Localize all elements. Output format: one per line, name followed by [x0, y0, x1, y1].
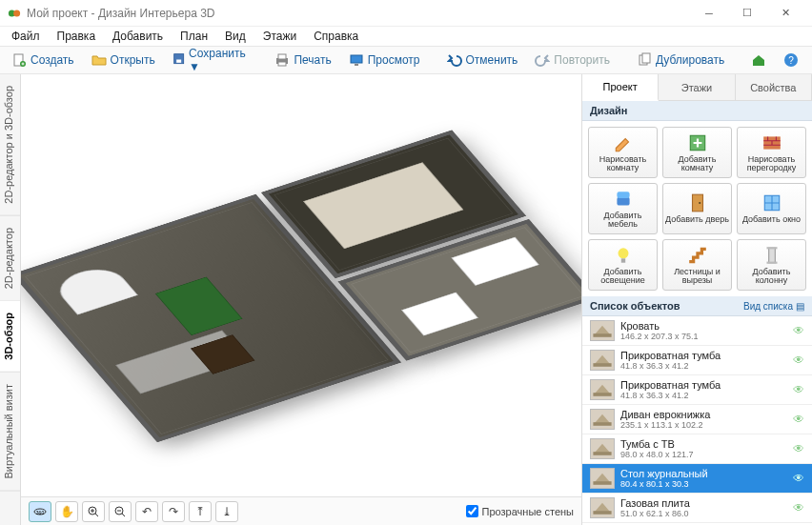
create-button[interactable]: Создать	[6, 50, 80, 71]
add-furniture-button[interactable]: Добавить мебель	[588, 183, 658, 234]
object-list-item[interactable]: Газовая плита51.0 x 62.1 x 86.0👁	[582, 494, 812, 523]
menu-floors[interactable]: Этажи	[255, 28, 304, 45]
object-list-item[interactable]: Стол журнальный80.4 x 80.1 x 30.3👁	[582, 464, 812, 494]
visibility-icon[interactable]: 👁	[793, 324, 804, 337]
zoom-in-button[interactable]	[82, 501, 105, 522]
svg-marker-39	[595, 444, 611, 454]
tab-project[interactable]: Проект	[582, 74, 659, 101]
rotate-right-button[interactable]: ↷	[162, 501, 185, 522]
object-name: Тумба с ТВ	[620, 438, 787, 450]
transparent-walls-input[interactable]	[466, 505, 478, 517]
tab-floors[interactable]: Этажи	[659, 74, 735, 100]
tab-properties[interactable]: Свойства	[736, 74, 812, 100]
menu-edit[interactable]: Правка	[50, 28, 104, 45]
right-tabs: Проект Этажи Свойства	[582, 74, 812, 101]
object-thumb	[590, 350, 615, 371]
visibility-icon[interactable]: 👁	[793, 442, 804, 455]
viewport-toolbar: 360 ✋ ↶ ↷ ⤒ ⤓ Прозрачные стены	[21, 496, 581, 525]
viewport-3d[interactable]: 360 ✋ ↶ ↷ ⤒ ⤓ Прозрачные стены	[21, 74, 581, 525]
svg-marker-43	[595, 503, 611, 513]
svg-rect-30	[766, 261, 777, 263]
redo-icon	[535, 52, 550, 68]
print-button[interactable]: Печать	[269, 50, 336, 71]
maximize-button[interactable]: ☐	[728, 1, 766, 26]
stairs-cutouts-button[interactable]: Лестницы и вырезы	[662, 239, 732, 291]
save-button[interactable]: Сохранить ▼	[167, 44, 254, 76]
add-door-button[interactable]: Добавить дверь	[662, 183, 732, 234]
svg-point-1	[13, 10, 20, 16]
object-thumb	[590, 379, 615, 400]
menu-help[interactable]: Справка	[306, 28, 366, 45]
add-room-button[interactable]: Добавить комнату	[662, 127, 732, 178]
folder-open-icon	[91, 52, 107, 68]
svg-rect-36	[593, 394, 611, 397]
object-name: Кровать	[620, 320, 787, 332]
svg-rect-34	[593, 364, 611, 368]
preview-button[interactable]: Просмотр	[343, 50, 426, 71]
transparent-walls-checkbox[interactable]: Прозрачные стены	[466, 505, 574, 517]
svg-text:?: ?	[788, 55, 794, 66]
undo-button[interactable]: Отменить	[441, 50, 524, 71]
tab-2d-editor[interactable]: 2D-редактор	[0, 216, 20, 301]
scene-canvas[interactable]	[21, 74, 581, 496]
object-dimensions: 41.8 x 36.3 x 41.2	[620, 361, 787, 371]
help-button[interactable]: ?	[778, 50, 804, 71]
draw-partition-button[interactable]: Нарисовать перегородку	[737, 127, 806, 178]
svg-rect-21	[617, 196, 629, 205]
svg-marker-31	[595, 326, 611, 335]
menu-add[interactable]: Добавить	[105, 28, 171, 45]
view-mode-tabs: 2D-редактор и 3D-обзор 2D-редактор 3D-об…	[0, 74, 21, 525]
draw-room-button[interactable]: Нарисовать комнату	[588, 127, 658, 178]
svg-rect-7	[278, 54, 286, 59]
duplicate-button[interactable]: Дублировать	[631, 50, 730, 71]
main-toolbar: Создать Открыть Сохранить ▼ Печать Просм…	[0, 46, 812, 74]
door-icon	[687, 192, 708, 213]
pan-button[interactable]: ✋	[55, 501, 78, 522]
add-lighting-button[interactable]: Добавить освещение	[588, 239, 658, 291]
rotate-left-button[interactable]: ↶	[135, 501, 158, 522]
tilt-up-button[interactable]: ⤒	[189, 501, 212, 522]
list-view-toggle[interactable]: Вид списка▤	[743, 301, 804, 312]
zoom-out-button[interactable]	[109, 501, 132, 522]
close-button[interactable]: ✕	[766, 1, 804, 26]
object-list-item[interactable]: Прикроватная тумба41.8 x 36.3 x 41.2👁	[582, 375, 812, 405]
visibility-icon[interactable]: 👁	[793, 472, 804, 485]
object-list[interactable]: Кровать146.2 x 207.3 x 75.1👁Прикроватная…	[582, 316, 812, 525]
menu-file[interactable]: Файл	[4, 28, 48, 45]
visibility-icon[interactable]: 👁	[793, 383, 804, 396]
titlebar: Мой проект - Дизайн Интерьера 3D ─ ☐ ✕	[0, 0, 812, 27]
home-icon	[751, 52, 766, 68]
add-column-button[interactable]: Добавить колонну	[737, 239, 806, 291]
add-window-button[interactable]: Добавить окно	[737, 183, 806, 234]
app-icon	[8, 7, 21, 20]
object-name: Прикроватная тумба	[620, 379, 787, 391]
visibility-icon[interactable]: 👁	[793, 501, 804, 515]
object-dimensions: 80.4 x 80.1 x 30.3	[620, 479, 787, 489]
svg-rect-42	[593, 482, 611, 486]
object-name: Газовая плита	[620, 497, 787, 509]
open-button[interactable]: Открыть	[86, 50, 161, 71]
minimize-button[interactable]: ─	[690, 1, 728, 26]
tilt-down-button[interactable]: ⤓	[215, 501, 238, 522]
object-list-item[interactable]: Кровать146.2 x 207.3 x 75.1👁	[582, 316, 812, 346]
object-list-item[interactable]: Прикроватная тумба41.8 x 36.3 x 41.2👁	[582, 346, 812, 375]
add-room-icon	[687, 132, 708, 153]
svg-rect-12	[642, 53, 650, 63]
home-button[interactable]	[745, 50, 772, 71]
redo-button[interactable]: Повторить	[529, 50, 616, 71]
menu-plan[interactable]: План	[173, 28, 215, 45]
object-list-item[interactable]: Тумба с ТВ98.0 x 48.0 x 121.7👁	[582, 434, 812, 464]
svg-rect-5	[176, 59, 181, 62]
orbit-button[interactable]: 360	[29, 501, 51, 522]
menu-view[interactable]: Вид	[217, 28, 254, 45]
tab-3d-overview[interactable]: 3D-обзор	[0, 301, 20, 373]
undo-icon	[447, 52, 462, 68]
design-tools: Нарисовать комнату Добавить комнату Нари…	[582, 121, 812, 296]
visibility-icon[interactable]: 👁	[793, 353, 804, 367]
visibility-icon[interactable]: 👁	[793, 413, 804, 426]
tab-2d-and-3d[interactable]: 2D-редактор и 3D-обзор	[0, 74, 20, 216]
tab-virtual-visit[interactable]: Виртуальный визит	[0, 373, 20, 492]
object-list-item[interactable]: Диван еврокнижка235.1 x 113.1 x 102.2👁	[582, 405, 812, 434]
svg-point-26	[618, 248, 628, 258]
new-file-icon	[11, 52, 27, 68]
